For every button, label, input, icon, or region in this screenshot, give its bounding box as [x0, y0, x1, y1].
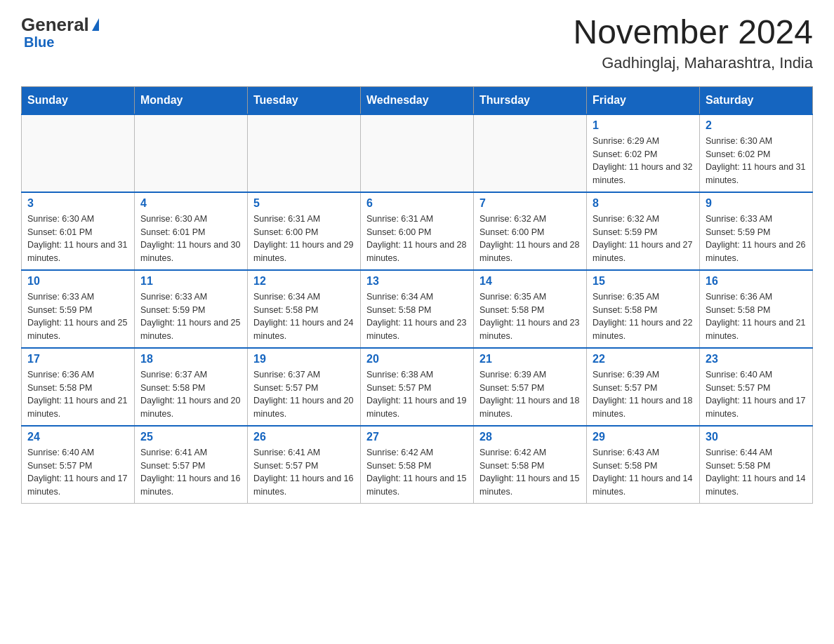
day-number: 24: [27, 431, 128, 443]
day-header-sunday: Sunday: [22, 86, 135, 114]
day-info: Sunrise: 6:37 AMSunset: 5:58 PMDaylight:…: [140, 368, 241, 421]
day-number: 9: [706, 197, 807, 210]
calendar-cell: 8Sunrise: 6:32 AMSunset: 5:59 PMDaylight…: [587, 192, 700, 270]
location-title: Gadhinglaj, Maharashtra, India: [573, 54, 813, 72]
day-number: 4: [140, 197, 241, 210]
day-info: Sunrise: 6:43 AMSunset: 5:58 PMDaylight:…: [593, 446, 694, 499]
day-info: Sunrise: 6:31 AMSunset: 6:00 PMDaylight:…: [366, 213, 468, 265]
day-header-wednesday: Wednesday: [361, 86, 474, 114]
day-info: Sunrise: 6:30 AMSunset: 6:01 PMDaylight:…: [140, 213, 241, 265]
day-info: Sunrise: 6:41 AMSunset: 5:57 PMDaylight:…: [253, 446, 355, 499]
day-number: 3: [27, 197, 128, 210]
day-number: 7: [479, 197, 581, 210]
calendar-cell: 15Sunrise: 6:35 AMSunset: 5:58 PMDayligh…: [587, 270, 700, 348]
logo: General Blue: [21, 14, 99, 51]
calendar-cell: 30Sunrise: 6:44 AMSunset: 5:58 PMDayligh…: [700, 426, 813, 504]
calendar-cell: 12Sunrise: 6:34 AMSunset: 5:58 PMDayligh…: [248, 270, 361, 348]
day-number: 6: [366, 197, 468, 210]
day-number: 22: [593, 353, 694, 365]
calendar-cell: [22, 114, 135, 192]
day-info: Sunrise: 6:34 AMSunset: 5:58 PMDaylight:…: [253, 290, 355, 343]
day-header-saturday: Saturday: [700, 86, 813, 114]
day-info: Sunrise: 6:35 AMSunset: 5:58 PMDaylight:…: [479, 290, 581, 343]
calendar-cell: 3Sunrise: 6:30 AMSunset: 6:01 PMDaylight…: [22, 192, 135, 270]
calendar-cell: 13Sunrise: 6:34 AMSunset: 5:58 PMDayligh…: [361, 270, 474, 348]
day-info: Sunrise: 6:38 AMSunset: 5:57 PMDaylight:…: [366, 368, 468, 421]
day-number: 15: [593, 275, 694, 288]
day-number: 26: [253, 431, 355, 443]
day-info: Sunrise: 6:33 AMSunset: 5:59 PMDaylight:…: [140, 290, 241, 343]
day-info: Sunrise: 6:40 AMSunset: 5:57 PMDaylight:…: [706, 368, 807, 421]
calendar-cell: [135, 114, 248, 192]
calendar-cell: 9Sunrise: 6:33 AMSunset: 5:59 PMDaylight…: [700, 192, 813, 270]
day-info: Sunrise: 6:34 AMSunset: 5:58 PMDaylight:…: [366, 290, 468, 343]
day-info: Sunrise: 6:40 AMSunset: 5:57 PMDaylight:…: [27, 446, 128, 499]
calendar-cell: 28Sunrise: 6:42 AMSunset: 5:58 PMDayligh…: [474, 426, 587, 504]
calendar-cell: 6Sunrise: 6:31 AMSunset: 6:00 PMDaylight…: [361, 192, 474, 270]
day-header-thursday: Thursday: [474, 86, 587, 114]
logo-general: General: [21, 14, 89, 36]
day-number: 25: [140, 431, 241, 443]
calendar-cell: 1Sunrise: 6:29 AMSunset: 6:02 PMDaylight…: [587, 114, 700, 192]
day-info: Sunrise: 6:29 AMSunset: 6:02 PMDaylight:…: [593, 135, 694, 187]
day-header-tuesday: Tuesday: [248, 86, 361, 114]
day-number: 14: [479, 275, 581, 288]
calendar-cell: 25Sunrise: 6:41 AMSunset: 5:57 PMDayligh…: [135, 426, 248, 504]
day-info: Sunrise: 6:39 AMSunset: 5:57 PMDaylight:…: [479, 368, 581, 421]
calendar-cell: 19Sunrise: 6:37 AMSunset: 5:57 PMDayligh…: [248, 348, 361, 426]
day-info: Sunrise: 6:33 AMSunset: 5:59 PMDaylight:…: [27, 290, 128, 343]
calendar-cell: 14Sunrise: 6:35 AMSunset: 5:58 PMDayligh…: [474, 270, 587, 348]
day-number: 20: [366, 353, 468, 365]
day-number: 1: [593, 119, 694, 132]
day-info: Sunrise: 6:35 AMSunset: 5:58 PMDaylight:…: [593, 290, 694, 343]
calendar-week-2: 3Sunrise: 6:30 AMSunset: 6:01 PMDaylight…: [22, 192, 813, 270]
page-header: General Blue November 2024 Gadhinglaj, M…: [21, 14, 813, 72]
day-number: 17: [27, 353, 128, 365]
calendar-cell: 17Sunrise: 6:36 AMSunset: 5:58 PMDayligh…: [22, 348, 135, 426]
title-section: November 2024 Gadhinglaj, Maharashtra, I…: [573, 14, 813, 72]
day-info: Sunrise: 6:36 AMSunset: 5:58 PMDaylight:…: [706, 290, 807, 343]
day-number: 19: [253, 353, 355, 365]
day-info: Sunrise: 6:37 AMSunset: 5:57 PMDaylight:…: [253, 368, 355, 421]
calendar-table: SundayMondayTuesdayWednesdayThursdayFrid…: [21, 86, 813, 504]
calendar-cell: 18Sunrise: 6:37 AMSunset: 5:58 PMDayligh…: [135, 348, 248, 426]
calendar-week-3: 10Sunrise: 6:33 AMSunset: 5:59 PMDayligh…: [22, 270, 813, 348]
day-number: 10: [27, 275, 128, 288]
calendar-cell: 2Sunrise: 6:30 AMSunset: 6:02 PMDaylight…: [700, 114, 813, 192]
calendar-cell: 26Sunrise: 6:41 AMSunset: 5:57 PMDayligh…: [248, 426, 361, 504]
calendar-cell: [474, 114, 587, 192]
day-info: Sunrise: 6:39 AMSunset: 5:57 PMDaylight:…: [593, 368, 694, 421]
logo-text: General: [21, 14, 99, 36]
calendar-cell: [361, 114, 474, 192]
calendar-week-1: 1Sunrise: 6:29 AMSunset: 6:02 PMDaylight…: [22, 114, 813, 192]
calendar-cell: 10Sunrise: 6:33 AMSunset: 5:59 PMDayligh…: [22, 270, 135, 348]
day-info: Sunrise: 6:33 AMSunset: 5:59 PMDaylight:…: [706, 213, 807, 265]
day-number: 28: [479, 431, 581, 443]
calendar-week-5: 24Sunrise: 6:40 AMSunset: 5:57 PMDayligh…: [22, 426, 813, 504]
calendar-cell: 7Sunrise: 6:32 AMSunset: 6:00 PMDaylight…: [474, 192, 587, 270]
logo-triangle-icon: [92, 18, 99, 31]
calendar-cell: 22Sunrise: 6:39 AMSunset: 5:57 PMDayligh…: [587, 348, 700, 426]
day-info: Sunrise: 6:30 AMSunset: 6:01 PMDaylight:…: [27, 213, 128, 265]
day-info: Sunrise: 6:30 AMSunset: 6:02 PMDaylight:…: [706, 135, 807, 187]
day-number: 5: [253, 197, 355, 210]
calendar-cell: 11Sunrise: 6:33 AMSunset: 5:59 PMDayligh…: [135, 270, 248, 348]
day-number: 23: [706, 353, 807, 365]
calendar-cell: 16Sunrise: 6:36 AMSunset: 5:58 PMDayligh…: [700, 270, 813, 348]
day-number: 29: [593, 431, 694, 443]
day-info: Sunrise: 6:31 AMSunset: 6:00 PMDaylight:…: [253, 213, 355, 265]
day-number: 11: [140, 275, 241, 288]
day-info: Sunrise: 6:32 AMSunset: 6:00 PMDaylight:…: [479, 213, 581, 265]
calendar-week-4: 17Sunrise: 6:36 AMSunset: 5:58 PMDayligh…: [22, 348, 813, 426]
calendar-cell: 5Sunrise: 6:31 AMSunset: 6:00 PMDaylight…: [248, 192, 361, 270]
day-info: Sunrise: 6:41 AMSunset: 5:57 PMDaylight:…: [140, 446, 241, 499]
day-info: Sunrise: 6:42 AMSunset: 5:58 PMDaylight:…: [479, 446, 581, 499]
day-number: 8: [593, 197, 694, 210]
calendar-cell: 20Sunrise: 6:38 AMSunset: 5:57 PMDayligh…: [361, 348, 474, 426]
logo-blue: Blue: [24, 34, 54, 51]
day-number: 16: [706, 275, 807, 288]
day-header-monday: Monday: [135, 86, 248, 114]
day-number: 30: [706, 431, 807, 443]
calendar-cell: 4Sunrise: 6:30 AMSunset: 6:01 PMDaylight…: [135, 192, 248, 270]
calendar-cell: 21Sunrise: 6:39 AMSunset: 5:57 PMDayligh…: [474, 348, 587, 426]
